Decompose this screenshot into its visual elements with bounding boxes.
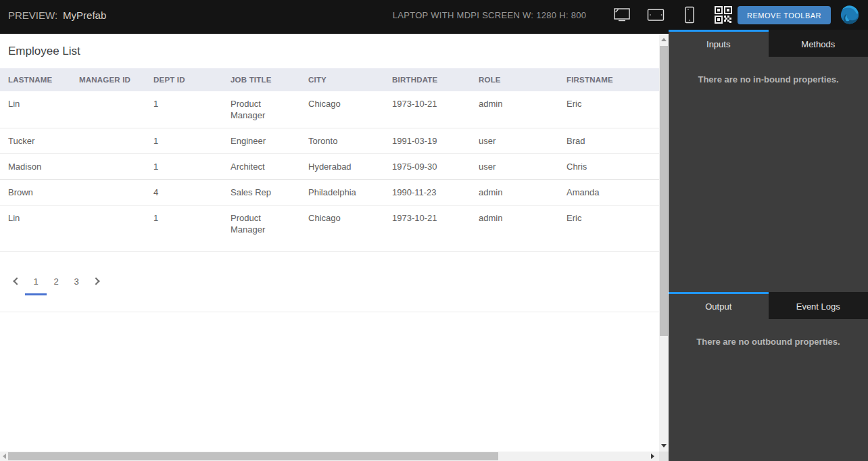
tab-event-logs[interactable]: Event Logs <box>769 292 868 319</box>
horizontal-scrollbar[interactable] <box>0 452 659 461</box>
output-section: Output Event Logs There are no outbound … <box>669 292 868 347</box>
scroll-up-arrow-icon[interactable] <box>661 38 667 41</box>
table-cell: Chicago <box>300 91 384 128</box>
device-preview-switcher <box>612 0 733 30</box>
chevron-left-icon <box>13 277 20 285</box>
table-cell: Product Manager <box>222 91 300 128</box>
table-cell: 1 <box>145 154 222 179</box>
column-header[interactable]: DEPT ID <box>145 68 222 91</box>
table-cell: 1975-09-30 <box>384 154 471 179</box>
table-cell: Product Manager <box>222 205 300 242</box>
inputs-empty-message: There are no in-bound properties. <box>669 57 868 84</box>
table-body: Lin1Product ManagerChicago1973-10-21admi… <box>0 91 659 252</box>
tab-inputs[interactable]: Inputs <box>669 30 769 57</box>
table-cell: Madison <box>0 154 71 179</box>
table-cell <box>71 180 145 205</box>
table-cell: Tucker <box>0 128 71 153</box>
employee-table: LASTNAMEMANAGER IDDEPT IDJOB TITLECITYBI… <box>0 68 659 252</box>
table-cell <box>71 154 145 179</box>
screen-size-info: LAPTOP WITH MDPI SCREEN W: 1280 H: 800 <box>393 10 587 20</box>
scrollbar-corner <box>659 452 669 461</box>
column-header[interactable]: JOB TITLE <box>222 68 300 91</box>
column-header[interactable]: ROLE <box>471 68 558 91</box>
table-cell: admin <box>471 91 558 128</box>
qr-code-icon[interactable] <box>714 5 733 24</box>
table-cell: Chris <box>558 154 659 179</box>
preview-toolbar: PREVIEW: MyPrefab LAPTOP WITH MDPI SCREE… <box>0 0 868 30</box>
bottom-tab-bar: Output Event Logs <box>669 292 868 319</box>
table-cell: Brown <box>0 180 71 205</box>
table-row[interactable]: Brown4Sales RepPhiladelphia1990-11-23adm… <box>0 180 659 205</box>
wavemaker-logo-icon <box>840 5 860 25</box>
column-header[interactable]: LASTNAME <box>0 68 71 91</box>
table-row[interactable]: Tucker1EngineerToronto1991-03-19userBrad <box>0 128 659 154</box>
table-cell: Eric <box>558 91 659 128</box>
table-cell: 1973-10-21 <box>384 205 471 242</box>
table-row[interactable]: Lin1Product ManagerChicago1973-10-21admi… <box>0 205 659 252</box>
prev-page-button[interactable] <box>5 272 26 290</box>
prefab-properties-panel: Inputs Methods There are no in-bound pro… <box>669 30 868 461</box>
table-cell <box>71 128 145 153</box>
page-number-1[interactable]: 1 <box>26 272 46 290</box>
table-cell: Lin <box>0 205 71 242</box>
table-cell: Amanda <box>558 180 659 205</box>
prefab-preview-canvas: Employee List LASTNAMEMANAGER IDDEPT IDJ… <box>0 34 659 452</box>
mobile-icon[interactable] <box>680 5 699 24</box>
table-cell: 1 <box>145 205 222 242</box>
table-cell: Lin <box>0 91 71 128</box>
table-row[interactable]: Lin1Product ManagerChicago1973-10-21admi… <box>0 91 659 128</box>
table-cell: 4 <box>145 180 222 205</box>
table-cell: Architect <box>222 154 300 179</box>
table-cell: Toronto <box>300 128 384 153</box>
column-header[interactable]: FIRSTNAME <box>558 68 659 91</box>
table-cell: Chicago <box>300 205 384 242</box>
scroll-right-arrow-icon[interactable] <box>651 454 654 459</box>
chevron-right-icon <box>92 277 99 285</box>
next-page-button[interactable] <box>87 272 107 290</box>
tab-methods[interactable]: Methods <box>769 30 868 57</box>
column-header[interactable]: BIRTHDATE <box>384 68 471 91</box>
table-cell: 1 <box>145 128 222 153</box>
table-cell <box>71 205 145 242</box>
table-cell: admin <box>471 205 558 242</box>
top-tab-bar: Inputs Methods <box>669 30 868 57</box>
vertical-scrollbar[interactable] <box>659 34 669 452</box>
table-cell: Brad <box>558 128 659 153</box>
column-header[interactable]: MANAGER ID <box>71 68 145 91</box>
table-cell: Eric <box>558 205 659 242</box>
page-number-2[interactable]: 2 <box>46 272 66 290</box>
prefab-name: MyPrefab <box>63 9 106 21</box>
tab-output[interactable]: Output <box>669 292 769 319</box>
vertical-scrollbar-thumb[interactable] <box>660 46 668 336</box>
inputs-section: Inputs Methods There are no in-bound pro… <box>669 30 868 292</box>
table-cell: user <box>471 154 558 179</box>
table-cell: 1973-10-21 <box>384 91 471 128</box>
scroll-left-arrow-icon[interactable] <box>3 454 6 459</box>
remove-toolbar-button[interactable]: REMOVE TOOLBAR <box>738 6 831 24</box>
page-title: Employee List <box>0 34 659 68</box>
column-header[interactable]: CITY <box>300 68 384 91</box>
table-cell: 1991-03-19 <box>384 128 471 153</box>
table-cell: user <box>471 128 558 153</box>
table-cell: Sales Rep <box>222 180 300 205</box>
table-row[interactable]: Madison1ArchitectHyderabad1975-09-30user… <box>0 154 659 180</box>
table-cell: Engineer <box>222 128 300 153</box>
preview-label: PREVIEW: <box>8 9 57 21</box>
pagination: 123 <box>5 272 659 290</box>
output-empty-message: There are no outbound properties. <box>669 319 868 347</box>
table-cell: 1 <box>145 91 222 128</box>
laptop-icon[interactable] <box>612 5 631 24</box>
table-cell: 1990-11-23 <box>384 180 471 205</box>
table-header-row: LASTNAMEMANAGER IDDEPT IDJOB TITLECITYBI… <box>0 68 659 91</box>
table-cell: Philadelphia <box>300 180 384 205</box>
horizontal-scrollbar-thumb[interactable] <box>8 452 498 460</box>
table-cell: admin <box>471 180 558 205</box>
table-cell <box>71 91 145 128</box>
scroll-down-arrow-icon[interactable] <box>661 444 667 447</box>
table-cell: Hyderabad <box>300 154 384 179</box>
page-number-3[interactable]: 3 <box>66 272 87 290</box>
grid-bottom-border <box>0 290 659 312</box>
tablet-icon[interactable] <box>646 5 665 24</box>
